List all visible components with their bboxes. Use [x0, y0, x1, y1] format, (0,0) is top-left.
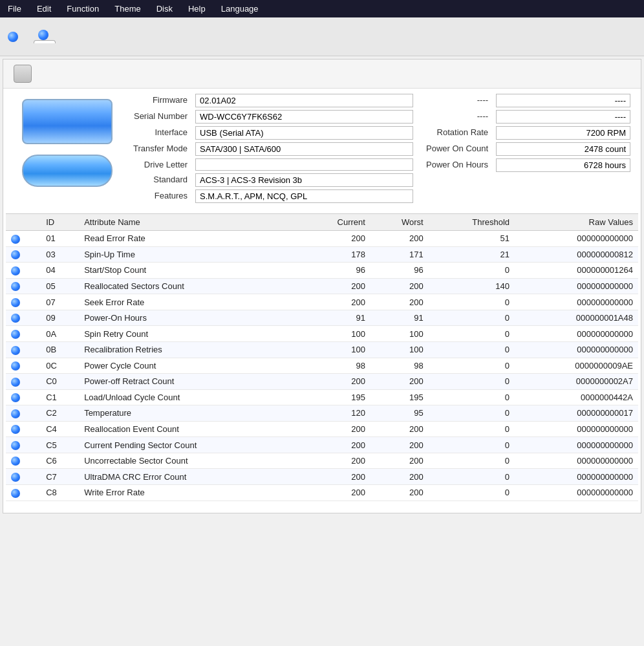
- attr-raw: 000000000000: [515, 294, 638, 310]
- row-icon-cell: [6, 358, 41, 374]
- table-row[interactable]: 0BRecalibration Retries10010000000000000…: [6, 341, 638, 358]
- row-icon-cell: [6, 278, 41, 294]
- col-id: ID: [41, 214, 79, 231]
- temperature-badge[interactable]: [22, 155, 113, 187]
- field-value-6: S.M.A.R.T., APM, NCQ, GPL: [195, 189, 413, 203]
- attr-name: Recalibration Retries: [79, 341, 301, 358]
- menu-bar: FileEditFunctionThemeDiskHelpLanguage: [0, 0, 644, 17]
- attr-current: 200: [301, 421, 370, 437]
- attr-threshold: 21: [429, 246, 515, 263]
- attr-raw: 000000000000: [515, 278, 638, 294]
- back-button[interactable]: [14, 65, 32, 83]
- menu-item-theme[interactable]: Theme: [112, 3, 143, 15]
- table-row[interactable]: C6Uncorrectable Sector Count200200000000…: [6, 453, 638, 469]
- attr-id: 07: [41, 294, 79, 310]
- attr-id: C6: [41, 453, 79, 469]
- attr-current: 195: [301, 389, 370, 405]
- attr-raw: 0000000442A: [515, 389, 638, 405]
- attr-worst: 200: [370, 437, 429, 453]
- attr-worst: 200: [370, 469, 429, 485]
- attr-threshold: 0: [429, 341, 515, 358]
- info-section: Firmware02.01A02Serial NumberWD-WCC6Y7FK…: [3, 89, 641, 208]
- table-row[interactable]: 01Read Error Rate20020051000000000000: [6, 231, 638, 247]
- attr-name: Uncorrectable Sector Count: [79, 453, 301, 469]
- table-row[interactable]: 09Power-On Hours91910000000001A48: [6, 310, 638, 326]
- attr-id: 04: [41, 263, 79, 279]
- table-row[interactable]: 07Seek Error Rate2002000000000000000: [6, 294, 638, 310]
- table-row[interactable]: C1Load/Unload Cycle Count195195000000004…: [6, 389, 638, 405]
- menu-item-function[interactable]: Function: [64, 3, 102, 15]
- field-value-3: SATA/300 | SATA/600: [195, 142, 413, 156]
- attr-current: 200: [301, 485, 370, 501]
- attr-id: 0A: [41, 326, 79, 342]
- menu-item-language[interactable]: Language: [219, 3, 261, 15]
- attr-threshold: 0: [429, 263, 515, 279]
- attr-id: 09: [41, 310, 79, 326]
- table-row[interactable]: C7UltraDMA CRC Error Count20020000000000…: [6, 469, 638, 485]
- attr-worst: 200: [370, 421, 429, 437]
- attr-threshold: 0: [429, 485, 515, 501]
- attr-raw: 000000000000: [515, 453, 638, 469]
- table-row[interactable]: C5Current Pending Sector Count2002000000…: [6, 437, 638, 453]
- attr-worst: 91: [370, 310, 429, 326]
- table-row[interactable]: C0Power-off Retract Count200200000000000…: [6, 374, 638, 390]
- field-label-5: Standard: [131, 173, 190, 187]
- attr-current: 120: [301, 405, 370, 422]
- attr-current: 200: [301, 453, 370, 469]
- col-threshold: Threshold: [429, 214, 515, 231]
- attr-worst: 195: [370, 389, 429, 405]
- disk1-tab[interactable]: [34, 40, 56, 43]
- attr-current: 100: [301, 341, 370, 358]
- attr-worst: 100: [370, 341, 429, 358]
- attr-current: 98: [301, 358, 370, 374]
- row-icon-cell: [6, 310, 41, 326]
- attr-id: 03: [41, 246, 79, 263]
- attr-worst: 200: [370, 374, 429, 390]
- health-badge[interactable]: [22, 99, 113, 144]
- disk0-info: [8, 32, 21, 42]
- table-row[interactable]: 03Spin-Up Time17817121000000000812: [6, 246, 638, 263]
- attr-raw: 000000000000: [515, 485, 638, 501]
- status-icon: [11, 314, 20, 323]
- attr-worst: 171: [370, 246, 429, 263]
- attr-threshold: 0: [429, 437, 515, 453]
- menu-item-help[interactable]: Help: [186, 3, 208, 15]
- row-icon-cell: [6, 263, 41, 279]
- row-icon-cell: [6, 405, 41, 422]
- table-row[interactable]: C8Write Error Rate2002000000000000000: [6, 485, 638, 501]
- attr-current: 178: [301, 246, 370, 263]
- row-icon-cell: [6, 485, 41, 501]
- attr-raw: 000000000000: [515, 437, 638, 453]
- menu-item-edit[interactable]: Edit: [34, 3, 54, 15]
- col-raw: Raw Values: [515, 214, 638, 231]
- disk1-icon: [38, 30, 48, 40]
- disk0-icon: [8, 32, 18, 42]
- table-row[interactable]: 0CPower Cycle Count989800000000009AE: [6, 358, 638, 374]
- attr-raw: 0000000009AE: [515, 358, 638, 374]
- attr-raw: 000000001A48: [515, 310, 638, 326]
- attr-raw: 000000001264: [515, 263, 638, 279]
- row-icon-cell: [6, 231, 41, 247]
- table-row[interactable]: 04Start/Stop Count96960000000001264: [6, 263, 638, 279]
- menu-item-file[interactable]: File: [5, 3, 24, 15]
- table-row[interactable]: C4Reallocation Event Count20020000000000…: [6, 421, 638, 437]
- status-icon: [11, 361, 20, 371]
- table-row[interactable]: 0ASpin Retry Count1001000000000000000: [6, 326, 638, 342]
- table-row[interactable]: 05Reallocated Sectors Count2002001400000…: [6, 278, 638, 294]
- top-bar: [0, 17, 644, 56]
- attr-id: C5: [41, 437, 79, 453]
- attr-raw: 000000000000: [515, 326, 638, 342]
- attr-threshold: 0: [429, 358, 515, 374]
- menu-item-disk[interactable]: Disk: [154, 3, 175, 15]
- attr-name: Power-On Hours: [79, 310, 301, 326]
- attr-raw: 000000000812: [515, 246, 638, 263]
- attr-threshold: 0: [429, 405, 515, 422]
- attr-worst: 200: [370, 294, 429, 310]
- main-content: Firmware02.01A02Serial NumberWD-WCC6Y7FK…: [3, 59, 641, 513]
- attr-worst: 200: [370, 485, 429, 501]
- attr-threshold: 0: [429, 374, 515, 390]
- col-attribute: Attribute Name: [79, 214, 301, 231]
- status-icon: [11, 298, 20, 307]
- table-row[interactable]: C2Temperature120950000000000017: [6, 405, 638, 422]
- disk1-selector[interactable]: [34, 30, 56, 43]
